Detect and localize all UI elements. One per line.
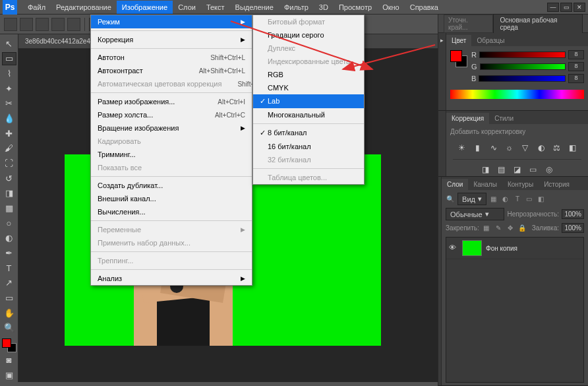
eyedropper-tool[interactable]: 💧: [2, 112, 16, 125]
mode-duotone[interactable]: Дуплекс: [253, 42, 364, 55]
menu-item-autocontrast[interactable]: АвтоконтрастAlt+Shift+Ctrl+L: [91, 64, 252, 77]
exposure-icon[interactable]: ☼: [504, 143, 515, 154]
type-tool[interactable]: T: [2, 261, 16, 275]
menu-item-canvassize[interactable]: Размер холста...Alt+Ctrl+C: [91, 108, 252, 121]
mode-lab[interactable]: ✓Lab: [253, 94, 364, 108]
mode-indexed[interactable]: Индексированные цвета: [253, 55, 364, 68]
g-value[interactable]: 8: [568, 62, 584, 71]
opt-btn-2[interactable]: [36, 18, 49, 31]
visibility-eye-icon[interactable]: 👁: [449, 243, 458, 253]
opacity-value[interactable]: 100%: [562, 209, 584, 219]
fg-color-chip[interactable]: [2, 338, 11, 348]
mode-16bit[interactable]: 16 бит/канал: [253, 140, 364, 153]
menu-item-autocolor[interactable]: Автоматическая цветовая коррекцияShift+C…: [91, 77, 252, 90]
brightness-icon[interactable]: ☀: [456, 143, 468, 154]
menu-item-variables[interactable]: Переменные▶: [91, 223, 252, 236]
tab-styles[interactable]: Стили: [489, 113, 519, 124]
fill-value[interactable]: 100%: [562, 223, 584, 233]
mode-8bit[interactable]: ✓8 бит/канал: [253, 126, 364, 140]
tab-swatches[interactable]: Образцы: [471, 35, 510, 46]
mode-colortable[interactable]: Таблица цветов...: [253, 171, 364, 184]
filter-shape-icon[interactable]: ▭: [525, 195, 534, 204]
menu-item-imagesize[interactable]: Размер изображения...Alt+Ctrl+I: [91, 95, 252, 108]
maximize-button[interactable]: ▭: [560, 3, 572, 12]
tab-history[interactable]: История: [539, 179, 575, 190]
zoom-tool[interactable]: 🔍: [2, 321, 16, 335]
collapse-strip-2[interactable]: [438, 111, 446, 176]
mode-multichannel[interactable]: Многоканальный: [253, 108, 364, 121]
mode-bitmap[interactable]: Битовый формат: [253, 15, 364, 28]
path-tool[interactable]: ↗: [2, 276, 16, 290]
menu-help[interactable]: Справка: [405, 1, 444, 14]
tab-channels[interactable]: Каналы: [468, 179, 502, 190]
levels-icon[interactable]: ▮: [472, 143, 484, 154]
mode-grayscale[interactable]: Градации серого: [253, 28, 364, 42]
menu-item-mode[interactable]: Режим▶: [91, 15, 252, 28]
menu-layers[interactable]: Слои: [173, 1, 201, 14]
r-slider[interactable]: [479, 51, 566, 58]
hue-icon[interactable]: ◐: [535, 143, 547, 154]
filter-type-icon[interactable]: T: [513, 195, 522, 204]
mode-32bit[interactable]: 32 бит/канал: [253, 153, 364, 166]
b-slider[interactable]: [479, 75, 566, 82]
posterize-icon[interactable]: ▤: [496, 165, 508, 176]
g-slider[interactable]: [480, 63, 566, 70]
filter-smart-icon[interactable]: ◧: [537, 195, 546, 204]
stamp-tool[interactable]: ⛶: [2, 156, 16, 170]
dodge-tool[interactable]: ◐: [2, 232, 16, 245]
menu-item-applydataset[interactable]: Применить набор данных...: [91, 236, 252, 249]
tab-color[interactable]: Цвет: [446, 35, 471, 46]
screenmode-tool[interactable]: ▣: [2, 368, 16, 382]
refine-edge-button[interactable]: Уточн. край...: [444, 15, 493, 33]
layer-thumbnail[interactable]: [462, 240, 482, 256]
menu-item-applyimage[interactable]: Внешний канал...: [91, 192, 252, 205]
menu-item-trim[interactable]: Тримминг...: [91, 148, 252, 161]
menu-text[interactable]: Текст: [201, 1, 230, 14]
healing-tool[interactable]: ✚: [2, 127, 16, 141]
lasso-tool[interactable]: ⌇: [2, 67, 16, 80]
balance-icon[interactable]: ⚖: [551, 143, 563, 154]
opt-btn-4[interactable]: [67, 18, 80, 31]
tab-paths[interactable]: Контуры: [502, 179, 539, 190]
gradient-tool[interactable]: ▦: [2, 201, 16, 215]
fg-bg-colors[interactable]: [2, 338, 16, 352]
menu-item-duplicate[interactable]: Создать дубликат...: [91, 179, 252, 192]
filter-adjust-icon[interactable]: ◐: [501, 195, 510, 204]
menu-3d[interactable]: 3D: [314, 1, 334, 14]
vibrance-icon[interactable]: ▽: [519, 143, 531, 154]
mode-cmyk[interactable]: CMYK: [253, 81, 364, 94]
menu-select[interactable]: Выделение: [230, 1, 279, 14]
menu-image[interactable]: Изображение: [117, 1, 173, 14]
hand-tool[interactable]: ✋: [2, 306, 16, 320]
lock-transparent-icon[interactable]: ▦: [482, 224, 491, 233]
collapse-strip[interactable]: ▸: [438, 33, 446, 110]
menu-item-revealall[interactable]: Показать все: [91, 161, 252, 174]
shape-tool[interactable]: ▭: [2, 291, 16, 305]
color-spectrum[interactable]: [450, 90, 584, 99]
blend-mode-dropdown[interactable]: Обычные▾: [446, 208, 504, 220]
pen-tool[interactable]: ✒: [2, 246, 16, 260]
opt-btn-1[interactable]: [20, 18, 33, 31]
fg-bg-swatch[interactable]: [450, 50, 467, 67]
menu-edit[interactable]: Редактирование: [51, 1, 117, 14]
move-tool[interactable]: ↖: [2, 37, 16, 51]
lock-position-icon[interactable]: ✥: [506, 224, 515, 233]
layer-item[interactable]: 👁 Фон копия: [446, 238, 583, 259]
menu-item-analysis[interactable]: Анализ▶: [91, 272, 252, 285]
minimize-button[interactable]: —: [547, 3, 559, 12]
opt-btn-3[interactable]: [51, 18, 65, 31]
lock-all-icon[interactable]: 🔒: [517, 224, 527, 233]
wand-tool[interactable]: ✦: [2, 82, 16, 96]
lock-image-icon[interactable]: ✎: [494, 224, 503, 233]
threshold-icon[interactable]: ◪: [512, 165, 523, 176]
marquee-tool[interactable]: ▭: [2, 52, 16, 66]
tool-preset-button[interactable]: [4, 18, 17, 31]
selective-color-icon[interactable]: ◎: [543, 165, 555, 176]
menu-window[interactable]: Окно: [377, 1, 405, 14]
foreground-color-swatch[interactable]: [450, 50, 462, 62]
quickmask-tool[interactable]: ◙: [2, 354, 16, 368]
r-value[interactable]: 8: [568, 50, 584, 59]
gradient-map-icon[interactable]: ▭: [527, 165, 539, 176]
close-button[interactable]: ✕: [573, 3, 585, 12]
history-brush-tool[interactable]: ↺: [2, 172, 16, 185]
